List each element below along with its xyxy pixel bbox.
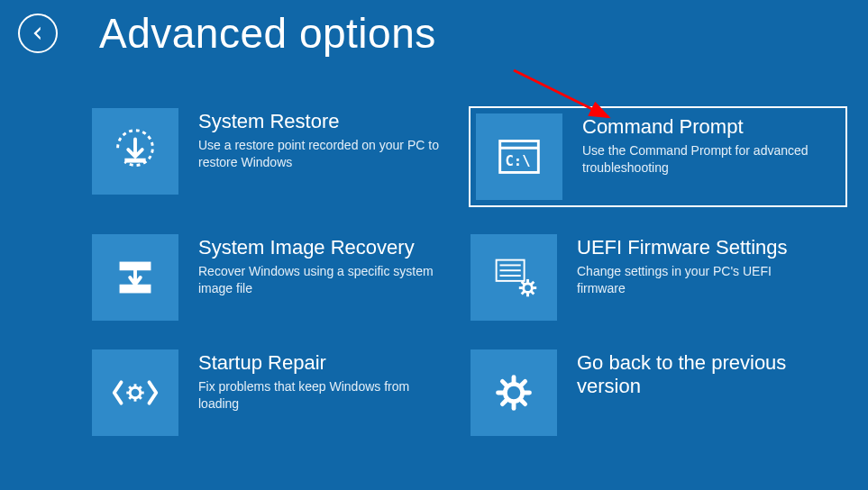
- svg-line-24: [129, 386, 132, 389]
- svg-line-25: [139, 396, 142, 399]
- tile-uefi-firmware-settings[interactable]: UEFI Firmware Settings Change settings i…: [469, 232, 847, 322]
- tile-startup-repair[interactable]: Startup Repair Fix problems that keep Wi…: [90, 348, 442, 438]
- svg-line-26: [129, 396, 132, 399]
- svg-point-28: [505, 384, 522, 401]
- tile-title: Command Prompt: [582, 115, 826, 139]
- tile-desc: Use the Command Prompt for advanced trou…: [582, 142, 826, 177]
- svg-line-16: [531, 292, 534, 295]
- arrow-left-icon: [28, 23, 48, 43]
- svg-line-18: [531, 282, 534, 285]
- svg-text:C:\: C:\: [506, 153, 531, 169]
- svg-line-17: [522, 292, 525, 295]
- tile-go-back[interactable]: Go back to the previous version: [469, 348, 847, 438]
- tile-system-image-recovery[interactable]: System Image Recovery Recover Windows us…: [90, 232, 442, 322]
- system-image-recovery-icon: [92, 234, 178, 321]
- tile-title: System Restore: [198, 110, 440, 133]
- tile-system-restore[interactable]: System Restore Use a restore point recor…: [90, 106, 442, 207]
- tile-desc: Fix problems that keep Windows from load…: [198, 378, 440, 413]
- tile-title: Startup Repair: [198, 351, 440, 375]
- uefi-icon: [471, 234, 557, 321]
- svg-rect-0: [124, 159, 145, 163]
- tile-desc: Use a restore point recorded on your PC …: [198, 137, 440, 171]
- options-grid: System Restore Use a restore point recor…: [90, 106, 838, 438]
- svg-line-27: [139, 386, 142, 389]
- command-prompt-icon: C:\: [476, 113, 562, 200]
- system-restore-icon: [92, 108, 178, 195]
- page-title: Advanced options: [99, 9, 436, 58]
- back-button[interactable]: [18, 14, 58, 53]
- svg-line-35: [502, 401, 506, 404]
- svg-line-15: [522, 282, 525, 285]
- svg-point-10: [524, 284, 533, 293]
- tile-command-prompt[interactable]: C:\ Command Prompt Use the Command Promp…: [469, 106, 847, 207]
- tile-title: Go back to the previous version: [577, 351, 820, 399]
- go-back-icon: [471, 349, 557, 436]
- tile-title: UEFI Firmware Settings: [577, 236, 820, 259]
- svg-line-33: [502, 381, 506, 385]
- svg-line-34: [522, 401, 525, 404]
- tile-desc: Recover Windows using a specific system …: [198, 263, 440, 297]
- tile-title: System Image Recovery: [198, 236, 440, 259]
- startup-repair-icon: [92, 349, 178, 436]
- tile-desc: Change settings in your PC's UEFI firmwa…: [577, 263, 820, 297]
- svg-line-36: [522, 381, 525, 385]
